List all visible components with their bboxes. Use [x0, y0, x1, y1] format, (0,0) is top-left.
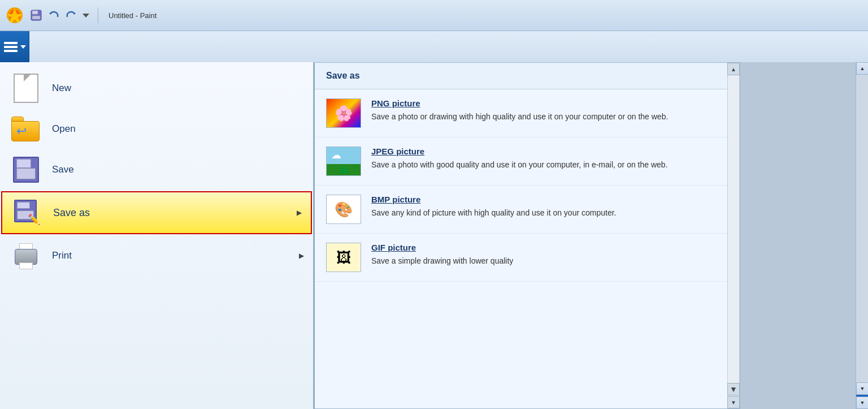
dropdown-arrow[interactable]	[81, 7, 91, 23]
png-desc: Save a photo or drawing with high qualit…	[371, 111, 728, 123]
save-as-submenu: Save as ▲ ▼ ▼ PNG picture Save a photo o…	[314, 62, 740, 409]
submenu-item-gif[interactable]: GIF picture Save a simple drawing with l…	[315, 234, 740, 282]
svg-rect-11	[4, 50, 18, 52]
undo-icon[interactable]	[46, 7, 62, 23]
menu-save-label: Save	[52, 164, 74, 175]
main-area: New ↩ Open Save	[0, 62, 868, 409]
bmp-thumbnail	[326, 195, 361, 224]
scroll-track	[727, 75, 740, 383]
title-separator	[98, 7, 98, 23]
open-folder-icon: ↩	[11, 114, 41, 144]
menu-item-save[interactable]: Save	[0, 149, 313, 190]
paint-logo	[5, 5, 25, 25]
svg-rect-10	[4, 46, 18, 48]
submenu-title: Save as	[326, 71, 360, 80]
menu-open-label: Open	[52, 123, 76, 135]
bmp-item-text: BMP picture Save any kind of picture wit…	[371, 195, 728, 219]
png-thumbnail	[326, 98, 361, 128]
print-icon	[11, 241, 41, 270]
submenu-item-png[interactable]: PNG picture Save a photo or drawing with…	[315, 89, 740, 137]
scroll-filter-btn[interactable]: ▼	[727, 383, 740, 395]
title-bar: Untitled - Paint	[0, 0, 868, 31]
gif-thumbnail	[326, 243, 361, 272]
menu-item-open[interactable]: ↩ Open	[0, 109, 313, 149]
menu-item-print[interactable]: Print ▶	[0, 235, 313, 276]
save-floppy-icon	[11, 155, 41, 184]
jpeg-desc: Save a photo with good quality and use i…	[371, 160, 728, 171]
window-title: Untitled - Paint	[108, 11, 157, 20]
menu-new-label: New	[52, 83, 71, 94]
right-scrollbar[interactable]: ▲ ▼ ▼	[856, 62, 868, 409]
menu-item-new[interactable]: New	[0, 68, 313, 109]
file-menu-button[interactable]	[0, 31, 29, 62]
svg-marker-7	[73, 12, 76, 15]
png-item-text: PNG picture Save a photo or drawing with…	[371, 98, 728, 123]
svg-marker-8	[83, 14, 89, 18]
gif-title: GIF picture	[371, 243, 728, 252]
svg-marker-12	[20, 45, 26, 49]
svg-rect-9	[4, 42, 18, 44]
jpeg-thumbnail	[326, 147, 361, 176]
save-as-arrow-icon: ▶	[297, 209, 302, 217]
submenu-item-bmp[interactable]: BMP picture Save any kind of picture wit…	[315, 186, 740, 234]
ribbon-toolbar	[0, 31, 868, 62]
scrollbar-filter-btn[interactable]: ▼	[856, 382, 868, 395]
save-as-icon: ✏️	[12, 198, 42, 227]
submenu-scrollbar[interactable]: ▲ ▼ ▼	[727, 63, 740, 408]
gif-item-text: GIF picture Save a simple drawing with l…	[371, 243, 728, 267]
submenu-item-jpeg[interactable]: JPEG picture Save a photo with good qual…	[315, 137, 740, 186]
jpeg-item-text: JPEG picture Save a photo with good qual…	[371, 147, 728, 171]
png-title: PNG picture	[371, 98, 728, 108]
menu-item-save-as[interactable]: ✏️ Save as ▶	[1, 191, 312, 234]
svg-marker-6	[49, 12, 51, 15]
scrollbar-up-btn[interactable]: ▲	[856, 62, 868, 75]
save-quickaccess-icon[interactable]	[28, 7, 44, 23]
new-file-icon	[11, 74, 41, 103]
submenu-header: Save as	[315, 63, 740, 89]
scroll-up-btn[interactable]: ▲	[727, 63, 740, 75]
jpeg-title: JPEG picture	[371, 147, 728, 156]
redo-icon[interactable]	[63, 7, 79, 23]
svg-rect-5	[32, 16, 40, 19]
bmp-desc: Save any kind of picture with high quali…	[371, 208, 728, 219]
menu-save-as-label: Save as	[53, 207, 90, 219]
scrollbar-down-btn[interactable]: ▼	[856, 397, 868, 409]
scroll-down-btn[interactable]: ▼	[727, 396, 740, 408]
scrollbar-track	[856, 75, 868, 382]
gif-desc: Save a simple drawing with lower quality	[371, 256, 728, 267]
svg-rect-4	[32, 11, 38, 14]
file-menu-panel: New ↩ Open Save	[0, 62, 314, 409]
bmp-title: BMP picture	[371, 195, 728, 204]
print-arrow-icon: ▶	[299, 252, 304, 260]
menu-print-label: Print	[52, 250, 72, 261]
